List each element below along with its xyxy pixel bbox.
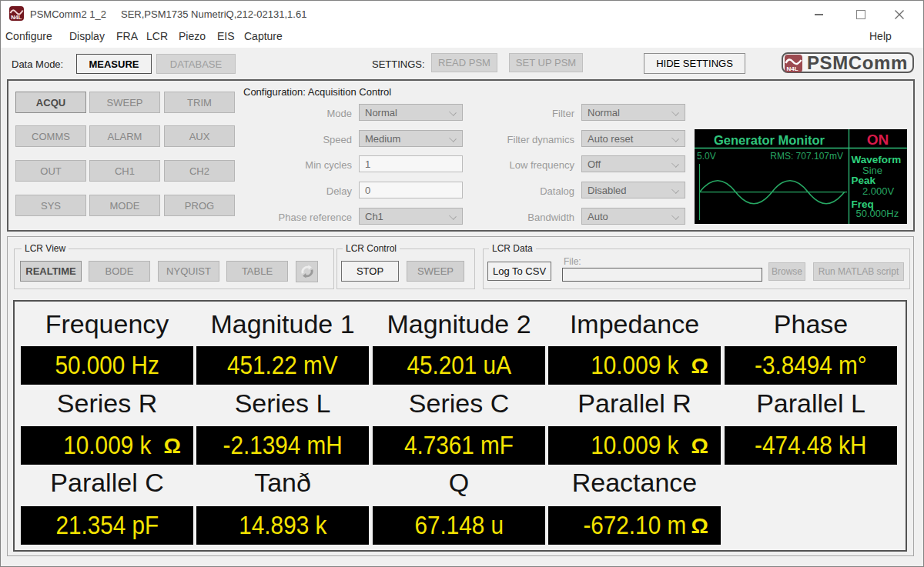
svg-text:ON: ON xyxy=(867,132,889,148)
svg-text:N4L: N4L xyxy=(787,65,798,72)
svg-text:5.0V: 5.0V xyxy=(697,151,716,162)
svg-text:Generator Monitor: Generator Monitor xyxy=(714,133,825,147)
svg-text:N4L: N4L xyxy=(11,14,22,21)
svg-text:2.000V: 2.000V xyxy=(862,185,895,197)
svg-text:Peak: Peak xyxy=(852,175,876,186)
svg-text:50.000Hz: 50.000Hz xyxy=(856,208,899,219)
svg-text:RMS: 707.107mV: RMS: 707.107mV xyxy=(770,151,843,162)
